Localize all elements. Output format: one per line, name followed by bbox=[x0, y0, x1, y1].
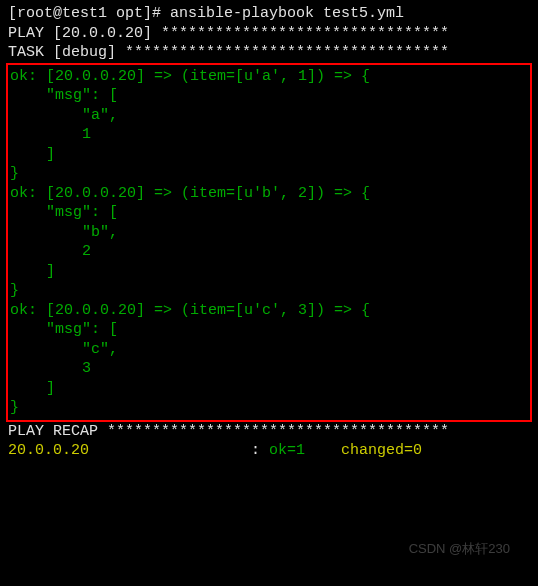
highlighted-output: ok: [20.0.0.20] => (item=[u'a', 1]) => {… bbox=[6, 63, 532, 422]
msg-value: 2 bbox=[8, 242, 530, 262]
msg-value: 3 bbox=[8, 359, 530, 379]
msg-open: "msg": [ bbox=[8, 320, 530, 340]
watermark: CSDN @林轩230 bbox=[409, 540, 510, 558]
msg-value: "a", bbox=[8, 106, 530, 126]
msg-value: "b", bbox=[8, 223, 530, 243]
msg-value: 1 bbox=[8, 125, 530, 145]
msg-close: ] bbox=[8, 145, 530, 165]
item-close: } bbox=[8, 164, 530, 184]
recap-header: PLAY RECAP *****************************… bbox=[0, 422, 538, 442]
msg-open: "msg": [ bbox=[8, 203, 530, 223]
recap-spacer: : bbox=[89, 442, 269, 459]
recap-line: 20.0.0.20 : ok=1 changed=0 bbox=[0, 441, 538, 461]
play-header: PLAY [20.0.0.20] ***********************… bbox=[0, 24, 538, 44]
msg-close: ] bbox=[8, 262, 530, 282]
task-header: TASK [debug] ***************************… bbox=[0, 43, 538, 63]
msg-close: ] bbox=[8, 379, 530, 399]
msg-open: "msg": [ bbox=[8, 86, 530, 106]
ok-item-line: ok: [20.0.0.20] => (item=[u'b', 2]) => { bbox=[8, 184, 530, 204]
recap-host: 20.0.0.20 bbox=[8, 442, 89, 459]
item-close: } bbox=[8, 398, 530, 418]
ok-item-line: ok: [20.0.0.20] => (item=[u'c', 3]) => { bbox=[8, 301, 530, 321]
recap-changed: changed=0 bbox=[332, 442, 431, 459]
item-close: } bbox=[8, 281, 530, 301]
msg-value: "c", bbox=[8, 340, 530, 360]
shell-prompt: [root@test1 opt]# ansible-playbook test5… bbox=[0, 4, 538, 24]
recap-ok: ok=1 bbox=[269, 442, 332, 459]
ok-item-line: ok: [20.0.0.20] => (item=[u'a', 1]) => { bbox=[8, 67, 530, 87]
